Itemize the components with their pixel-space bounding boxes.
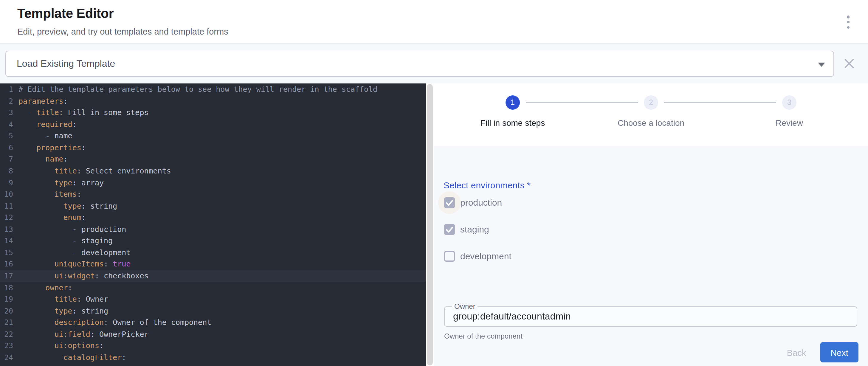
- editor-line[interactable]: 22 ui:field: OwnerPicker: [0, 329, 426, 340]
- line-number: 1: [0, 84, 13, 95]
- editor-line[interactable]: 12 enum:: [0, 212, 426, 223]
- checkbox-production[interactable]: [444, 197, 455, 208]
- editor-line[interactable]: 10 items:: [0, 188, 426, 200]
- line-number: 15: [0, 247, 13, 258]
- step-number-badge: 1: [505, 95, 520, 110]
- line-number: 2: [0, 95, 13, 107]
- checkbox-row-development[interactable]: development: [434, 243, 851, 269]
- step-label: Choose a location: [582, 118, 720, 128]
- line-number: 23: [0, 340, 13, 352]
- line-number: 22: [0, 329, 13, 340]
- step-number-badge: 2: [644, 95, 658, 110]
- template-editor-page: Template Editor Edit, preview, and try o…: [0, 0, 868, 366]
- line-number: 18: [0, 282, 13, 293]
- editor-line[interactable]: 18 owner:: [0, 282, 426, 293]
- line-number: 10: [0, 188, 13, 200]
- checkbox-development[interactable]: [444, 251, 455, 262]
- required-asterisk: *: [527, 180, 531, 190]
- step-number-badge: 3: [782, 95, 797, 110]
- editor-line[interactable]: 21 description: Owner of the component: [0, 317, 426, 329]
- editor-line[interactable]: 7 name:: [0, 153, 426, 165]
- editor-line[interactable]: 2parameters:: [0, 95, 426, 107]
- owner-helper-text: Owner of the component: [444, 332, 523, 340]
- editor-line[interactable]: 4 required:: [0, 118, 426, 130]
- page-title: Template Editor: [17, 6, 114, 22]
- page-subtitle: Edit, preview, and try out templates and…: [17, 27, 228, 36]
- line-number: 24: [0, 352, 13, 363]
- environment-checkbox-group: productionstagingdevelopment: [434, 189, 851, 269]
- checkbox-row-production[interactable]: production: [434, 189, 851, 216]
- line-number: 19: [0, 293, 13, 305]
- close-icon[interactable]: [844, 58, 854, 68]
- stepper-connector: [664, 102, 776, 102]
- yaml-code-editor[interactable]: 1# Edit the template parameters below to…: [0, 84, 426, 366]
- line-number: 4: [0, 118, 13, 130]
- editor-line[interactable]: 15 - development: [0, 247, 426, 258]
- line-number: 16: [0, 258, 13, 270]
- editor-line[interactable]: 13 - production: [0, 223, 426, 235]
- load-existing-template-placeholder: Load Existing Template: [17, 51, 115, 76]
- checkbox-staging[interactable]: [444, 224, 455, 235]
- editor-line[interactable]: 11 type: string: [0, 200, 426, 212]
- editor-scrollbar-thumb[interactable]: [427, 84, 433, 365]
- editor-line[interactable]: 3 - title: Fill in some steps: [0, 107, 426, 118]
- editor-line[interactable]: 5 - name: [0, 130, 426, 142]
- line-number: 6: [0, 142, 13, 153]
- line-number: 21: [0, 317, 13, 329]
- checkbox-label: development: [460, 251, 512, 261]
- editor-scrollbar-track: [426, 84, 434, 366]
- line-number: 17: [0, 270, 13, 282]
- stepper-step-1: 1Fill in some steps: [443, 84, 582, 146]
- editor-line[interactable]: 23 ui:options:: [0, 340, 426, 352]
- template-form-panel: Select environments * productionstagingd…: [434, 146, 868, 366]
- stepper-connector: [526, 102, 638, 102]
- editor-line[interactable]: 24 catalogFilter:: [0, 352, 426, 363]
- back-button[interactable]: Back: [779, 342, 814, 362]
- more-options-icon[interactable]: [843, 16, 853, 29]
- line-number: 13: [0, 223, 13, 235]
- page-header: Template Editor Edit, preview, and try o…: [0, 0, 868, 43]
- editor-line[interactable]: 20 type: string: [0, 305, 426, 316]
- editor-line[interactable]: 14 - staging: [0, 235, 426, 247]
- line-number: 3: [0, 107, 13, 118]
- editor-line[interactable]: 19 title: Owner: [0, 293, 426, 305]
- owner-field: Owner: [444, 306, 857, 327]
- line-number: 9: [0, 177, 13, 188]
- template-preview-panel: 1Fill in some steps2Choose a location3Re…: [434, 84, 868, 366]
- checkbox-row-staging[interactable]: staging: [434, 216, 851, 243]
- stepper: 1Fill in some steps2Choose a location3Re…: [443, 84, 859, 146]
- load-template-bar: Load Existing Template: [0, 43, 868, 84]
- checkbox-label: staging: [460, 224, 489, 234]
- line-number: 14: [0, 235, 13, 247]
- editor-line[interactable]: 17 ui:widget: checkboxes: [0, 270, 426, 282]
- editor-line[interactable]: 1# Edit the template parameters below to…: [0, 84, 426, 95]
- line-number: 12: [0, 212, 13, 223]
- editor-lines: 1# Edit the template parameters below to…: [0, 84, 426, 363]
- owner-input[interactable]: [445, 307, 857, 326]
- line-number: 11: [0, 200, 13, 212]
- select-environments-label: Select environments *: [443, 180, 531, 190]
- editor-line[interactable]: 8 title: Select environments: [0, 165, 426, 177]
- line-number: 5: [0, 130, 13, 142]
- checkbox-label: production: [460, 197, 502, 208]
- stepper-step-3: 3Review: [720, 84, 859, 146]
- next-button[interactable]: Next: [820, 342, 859, 362]
- editor-line[interactable]: 16 uniqueItems: true: [0, 258, 426, 270]
- chevron-down-icon[interactable]: [818, 63, 825, 67]
- load-existing-template-select[interactable]: Load Existing Template: [5, 51, 834, 77]
- step-label: Review: [720, 118, 859, 128]
- editor-line[interactable]: 6 properties:: [0, 142, 426, 153]
- step-label: Fill in some steps: [443, 118, 582, 128]
- stepper-step-2: 2Choose a location: [582, 84, 720, 146]
- line-number: 8: [0, 165, 13, 177]
- editor-line[interactable]: 9 type: array: [0, 177, 426, 188]
- line-number: 7: [0, 153, 13, 165]
- line-number: 20: [0, 305, 13, 316]
